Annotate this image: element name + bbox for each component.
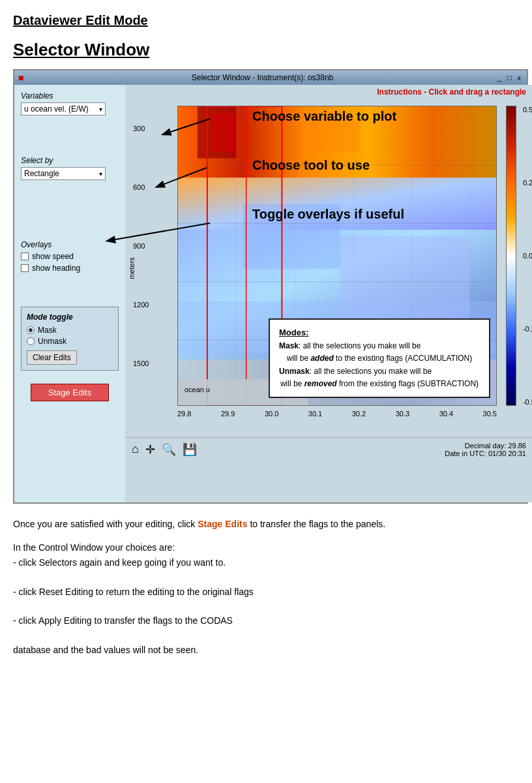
- variables-dropdown-arrow: ▾: [99, 106, 102, 113]
- variables-label: Variables: [21, 91, 119, 100]
- body-list-4: database and the bad values will not be …: [13, 643, 519, 657]
- page-title: Dataviewer Edit Mode: [13, 13, 519, 28]
- mask-action2: to the existing flags (ACCUMULATION): [336, 354, 472, 363]
- modes-annotation-box: Modes: Mask: all the selections you make…: [269, 318, 490, 398]
- body-list-1: - click Selectors again and keep going i…: [13, 555, 519, 570]
- annotation-toggle-overlays: Toggle overlays if useful: [252, 207, 404, 222]
- mask-desc-text: : all the selections you make will be: [299, 341, 421, 350]
- x-label-7: 30.5: [483, 410, 497, 418]
- mode-toggle-section: Mode toggle Mask Unmask Clear Edits: [21, 307, 119, 371]
- unmask-action-line: will be removed from the existing flags …: [279, 378, 480, 390]
- show-speed-checkbox[interactable]: [21, 253, 29, 260]
- select-by-label: Select by: [21, 156, 119, 165]
- colorbar: [506, 106, 516, 406]
- body-p1-text: Once you are satisfied with your editing…: [13, 519, 195, 529]
- date-utc: Date in UTC: 01/30 20:31: [445, 450, 526, 457]
- cb-label-4: -0.50: [523, 398, 532, 406]
- y-label-300: 300: [133, 125, 145, 132]
- selector-window: ■ Selector Window - Instrument(s): os38n…: [13, 69, 528, 504]
- x-label-5: 30.3: [396, 410, 409, 418]
- mode-toggle-label: Mode toggle: [27, 313, 113, 322]
- show-speed-row[interactable]: show speed: [21, 252, 119, 261]
- bottom-info: Decimal day: 29.86 Date in UTC: 01/30 20…: [445, 442, 526, 457]
- cb-label-2: 0.00: [523, 252, 532, 260]
- bottom-bar: ⌂ ✛ 🔍 💾 Decimal day: 29.86 Date in UTC: …: [125, 437, 532, 461]
- x-label-6: 30.4: [439, 410, 453, 418]
- select-by-dropdown[interactable]: Rectangle ▾: [21, 167, 106, 180]
- unmask-label: Unmask: [38, 337, 66, 346]
- chart-wrapper: meters 300 600 900 1200 1500: [125, 99, 532, 437]
- cb-label-0: 0.50: [523, 106, 532, 114]
- left-panel: Variables u ocean vel. (E/W) ▾ Select by…: [14, 85, 125, 502]
- search-icon[interactable]: 🔍: [162, 442, 176, 457]
- body-p1-rest: to transfer the flags to the panels.: [250, 519, 385, 529]
- y-label-900: 900: [133, 243, 145, 250]
- select-by-arrow: ▾: [99, 170, 102, 177]
- window-title: Selector Window - Instrument(s): os38nb: [27, 73, 497, 82]
- unmask-bold: Unmask: [279, 367, 310, 376]
- home-icon[interactable]: ⌂: [132, 442, 139, 457]
- window-titlebar: ■ Selector Window - Instrument(s): os38n…: [14, 70, 527, 85]
- chart-area: Instructions - Click and drag a rectangl…: [125, 85, 532, 502]
- heatmap-wrapper: ocean u: [177, 106, 497, 418]
- svg-text:ocean u: ocean u: [185, 386, 210, 393]
- y-label-1500: 1500: [133, 360, 149, 367]
- x-label-4: 30.2: [352, 410, 366, 418]
- save-icon[interactable]: 💾: [183, 442, 197, 457]
- x-label-3: 30.1: [308, 410, 322, 418]
- y-label-600: 600: [133, 184, 145, 191]
- select-by-section: Select by Rectangle ▾: [21, 156, 119, 180]
- bottom-icons: ⌂ ✛ 🔍 💾: [132, 442, 197, 457]
- x-axis-labels: 29.8 29.9 30.0 30.1 30.2 30.3 30.4 30.5: [177, 410, 497, 418]
- annotation-choose-variable: Choose variable to plot: [252, 109, 396, 124]
- show-heading-row[interactable]: show heading: [21, 264, 119, 273]
- move-icon[interactable]: ✛: [145, 442, 155, 457]
- body-list-2: - click Reset Editing to return the edit…: [13, 585, 519, 599]
- unmask-action-word: removed: [304, 379, 337, 388]
- variables-dropdown[interactable]: u ocean vel. (E/W) ▾: [21, 102, 106, 115]
- mask-label: Mask: [38, 326, 57, 335]
- annotation-choose-tool: Choose tool to use: [252, 158, 370, 173]
- unmask-radio-row[interactable]: Unmask: [27, 337, 113, 346]
- variables-section: Variables u ocean vel. (E/W) ▾: [21, 91, 119, 115]
- unmask-radio[interactable]: [27, 337, 35, 345]
- show-heading-label: show heading: [32, 264, 80, 273]
- modes-title: Modes:: [279, 326, 480, 340]
- select-by-dropdown-value: Rectangle: [24, 169, 59, 178]
- show-speed-label: show speed: [32, 252, 74, 261]
- show-heading-checkbox[interactable]: [21, 264, 29, 272]
- body-paragraph-2: In the Control Window your choices are: …: [13, 540, 519, 657]
- unmask-desc-text: : all the selections you make will be: [310, 367, 432, 376]
- overlays-section: Overlays show speed show heading: [21, 240, 119, 273]
- y-label-1200: 1200: [133, 301, 149, 309]
- clear-edits-button[interactable]: Clear Edits: [27, 350, 77, 365]
- overlays-label: Overlays: [21, 240, 119, 249]
- colorbar-labels: 0.50 0.25 0.00 -0.25 -0.50: [523, 106, 532, 406]
- stage-edits-highlight: Stage Edits: [198, 519, 247, 529]
- stage-edits-button[interactable]: Stage Edits: [31, 384, 109, 401]
- body-paragraph-1: Once you are satisfied with your editing…: [13, 517, 519, 531]
- x-label-2: 30.0: [265, 410, 278, 418]
- cb-label-1: 0.25: [523, 179, 532, 187]
- mask-radio[interactable]: [27, 326, 35, 334]
- mask-action-line: will be added to the existing flags (ACC…: [279, 352, 480, 365]
- section-title: Selector Window: [13, 40, 519, 60]
- window-body: Variables u ocean vel. (E/W) ▾ Select by…: [14, 85, 527, 502]
- window-icon: ■: [18, 72, 23, 83]
- body-p2: In the Control Window your choices are:: [13, 542, 175, 553]
- cb-label-3: -0.25: [523, 325, 532, 333]
- mask-bold: Mask: [279, 341, 299, 350]
- decimal-day: Decimal day: 29.86: [445, 442, 526, 450]
- mask-description: Mask: all the selections you make will b…: [279, 340, 480, 365]
- window-controls[interactable]: _ □ x: [497, 74, 523, 82]
- body-list-3: - click Apply Editing to transfer the fl…: [13, 613, 519, 628]
- svg-rect-6: [211, 113, 237, 152]
- unmask-description: Unmask: all the selections you make will…: [279, 365, 480, 390]
- y-axis-title: meters: [128, 257, 136, 279]
- svg-rect-7: [308, 119, 360, 152]
- unmask-action2: from the existing flags (SUBTRACTION): [339, 379, 479, 388]
- mask-radio-row[interactable]: Mask: [27, 326, 113, 335]
- variables-dropdown-value: u ocean vel. (E/W): [24, 104, 89, 114]
- x-label-0: 29.8: [177, 410, 191, 418]
- mask-action-word: added: [310, 354, 333, 363]
